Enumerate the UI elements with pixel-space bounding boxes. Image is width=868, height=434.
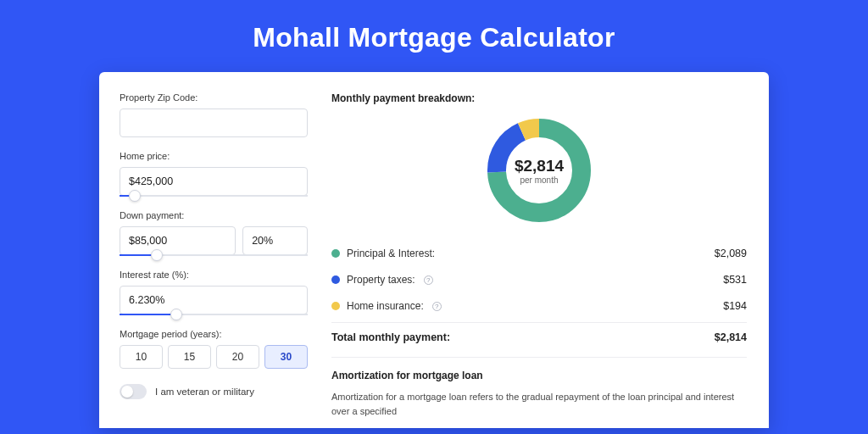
- legend-row-home-insurance: Home insurance: ? $194: [331, 292, 747, 319]
- period-option-30[interactable]: 30: [264, 345, 308, 369]
- legend-dot-icon: [331, 249, 340, 258]
- down-payment-input[interactable]: [120, 226, 236, 255]
- down-payment-pct-input[interactable]: [242, 226, 308, 255]
- zip-field-group: Property Zip Code:: [120, 92, 308, 137]
- legend-value: $194: [723, 300, 747, 312]
- down-payment-label: Down payment:: [120, 210, 308, 220]
- veteran-label: I am veteran or military: [155, 387, 254, 397]
- veteran-toggle-row: I am veteran or military: [120, 384, 308, 399]
- period-options: 10 15 20 30: [120, 345, 308, 369]
- info-icon[interactable]: ?: [432, 302, 442, 311]
- veteran-toggle[interactable]: [120, 384, 147, 399]
- home-price-input[interactable]: [120, 167, 308, 196]
- period-option-15[interactable]: 15: [168, 345, 211, 369]
- legend-label: Property taxes:: [347, 274, 415, 286]
- slider-thumb-icon[interactable]: [151, 249, 163, 261]
- slider-thumb-icon[interactable]: [170, 309, 182, 320]
- toggle-knob-icon: [121, 386, 133, 398]
- total-row: Total monthly payment: $2,814: [331, 322, 747, 353]
- total-label: Total monthly payment:: [331, 331, 450, 343]
- legend-label: Principal & Interest:: [347, 248, 435, 259]
- home-price-slider[interactable]: [120, 195, 308, 197]
- down-payment-slider[interactable]: [120, 254, 308, 256]
- legend-label: Home insurance:: [347, 300, 424, 312]
- inputs-panel: Property Zip Code: Home price: Down paym…: [99, 72, 326, 428]
- period-option-20[interactable]: 20: [216, 345, 259, 369]
- legend-row-principal-interest: Principal & Interest: $2,089: [331, 240, 747, 266]
- donut-subtext: per month: [520, 175, 558, 185]
- donut-amount: $2,814: [515, 157, 564, 175]
- zip-input[interactable]: [120, 108, 308, 137]
- legend-value: $531: [723, 274, 747, 286]
- page-title: Mohall Mortgage Calculator: [0, 0, 868, 72]
- home-price-group: Home price:: [120, 151, 308, 197]
- down-payment-group: Down payment:: [120, 210, 308, 256]
- amortization-section: Amortization for mortgage loan Amortizat…: [331, 357, 747, 419]
- breakdown-title: Monthly payment breakdown:: [331, 92, 747, 104]
- zip-label: Property Zip Code:: [120, 92, 308, 103]
- calculator-card: Property Zip Code: Home price: Down paym…: [99, 72, 769, 428]
- total-value: $2,814: [715, 331, 747, 343]
- legend-dot-icon: [331, 302, 340, 310]
- slider-thumb-icon[interactable]: [129, 190, 141, 202]
- breakdown-panel: Monthly payment breakdown: $2,814 per mo…: [326, 72, 769, 428]
- legend-row-property-taxes: Property taxes: ? $531: [331, 266, 747, 292]
- info-icon[interactable]: ?: [424, 275, 433, 285]
- amortization-body: Amortization for a mortgage loan refers …: [331, 390, 747, 419]
- mortgage-period-label: Mortgage period (years):: [120, 329, 308, 339]
- amortization-title: Amortization for mortgage loan: [331, 370, 747, 381]
- mortgage-period-group: Mortgage period (years): 10 15 20 30: [120, 329, 308, 369]
- interest-rate-input[interactable]: [120, 286, 308, 314]
- interest-rate-label: Interest rate (%):: [120, 270, 308, 280]
- period-option-10[interactable]: 10: [120, 345, 163, 369]
- donut-center: $2,814 per month: [483, 114, 595, 226]
- home-price-label: Home price:: [120, 151, 308, 161]
- donut-chart: $2,814 per month: [331, 114, 747, 226]
- interest-rate-group: Interest rate (%):: [120, 270, 308, 315]
- legend-value: $2,089: [715, 248, 747, 259]
- legend-dot-icon: [331, 275, 340, 284]
- interest-rate-slider[interactable]: [120, 314, 308, 315]
